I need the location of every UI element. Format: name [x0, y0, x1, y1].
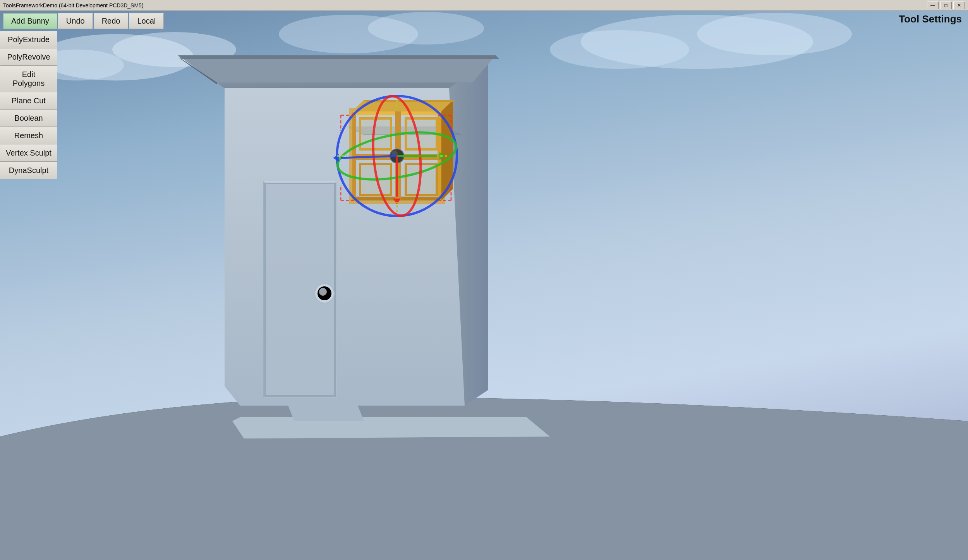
svg-point-13 — [319, 288, 327, 296]
maximize-button[interactable]: □ — [940, 2, 952, 9]
title-bar-text: ToolsFrameworkDemo (64-bit Development P… — [3, 2, 144, 9]
redo-button[interactable]: Redo — [94, 13, 129, 29]
remesh-button[interactable]: Remesh — [0, 127, 57, 144]
poly-revolve-button[interactable]: PolyRevolve — [0, 48, 57, 66]
title-bar: ToolsFrameworkDemo (64-bit Development P… — [0, 0, 968, 11]
svg-point-5 — [697, 13, 852, 55]
top-toolbar: Add Bunny Undo Redo Local — [0, 11, 167, 31]
add-bunny-button[interactable]: Add Bunny — [3, 13, 57, 29]
minimize-button[interactable]: — — [927, 2, 939, 9]
svg-point-6 — [550, 30, 689, 69]
plane-cut-button[interactable]: Plane Cut — [0, 92, 57, 110]
left-toolbar: PolyExtrude PolyRevolve Edit Polygons Pl… — [0, 31, 62, 179]
dyna-sculpt-button[interactable]: DynaSculpt — [0, 162, 57, 179]
local-button[interactable]: Local — [129, 13, 164, 29]
viewport-svg — [0, 11, 968, 560]
edit-polygons-button[interactable]: Edit Polygons — [0, 66, 57, 92]
close-button[interactable]: ✕ — [953, 2, 965, 9]
viewport[interactable] — [0, 11, 968, 560]
title-bar-controls: — □ ✕ — [927, 2, 965, 9]
poly-extrude-button[interactable]: PolyExtrude — [0, 31, 57, 48]
undo-button[interactable]: Undo — [58, 13, 93, 29]
svg-point-8 — [368, 12, 484, 45]
tool-settings-label: Tool Settings — [899, 13, 962, 25]
boolean-button[interactable]: Boolean — [0, 110, 57, 127]
vertex-sculpt-button[interactable]: Vertex Sculpt — [0, 144, 57, 162]
